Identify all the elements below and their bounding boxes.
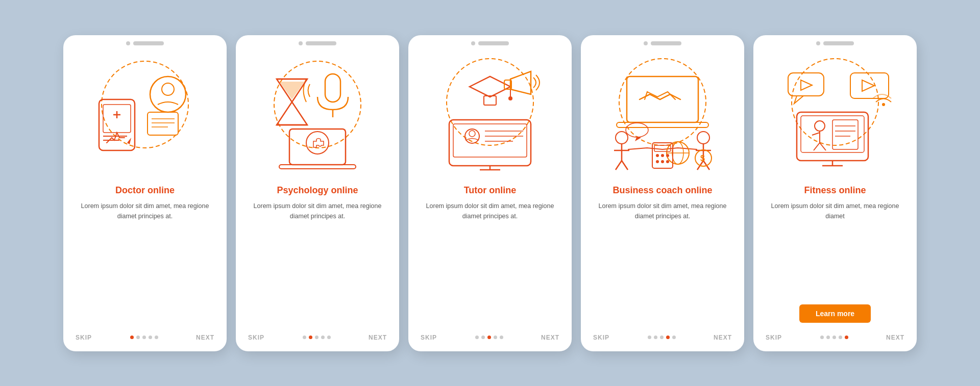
top-dot xyxy=(126,41,130,45)
svg-point-27 xyxy=(508,96,512,100)
skip-label-fitness[interactable]: SKIP xyxy=(766,334,782,341)
svg-rect-2 xyxy=(103,105,131,133)
svg-point-67 xyxy=(792,59,878,145)
illustration-psychology xyxy=(236,48,399,181)
top-line-5 xyxy=(823,41,854,45)
dot-4 xyxy=(839,336,842,339)
next-label-business[interactable]: NEXT xyxy=(714,334,732,341)
dots-business xyxy=(648,336,676,339)
top-line xyxy=(133,41,164,45)
svg-marker-70 xyxy=(801,80,812,90)
phone-top-bar-3 xyxy=(408,35,572,48)
svg-marker-28 xyxy=(510,71,531,94)
card-text-psychology: Lorem ipsum dolor sit dim amet, mea regi… xyxy=(236,201,399,325)
svg-point-42 xyxy=(616,132,628,144)
svg-rect-30 xyxy=(449,120,531,166)
dot-3 xyxy=(660,336,664,339)
dot-5 xyxy=(500,336,503,339)
card-text-fitness: Lorem ipsum dolor sit dim amet, mea regi… xyxy=(753,201,917,299)
phone-top-bar-2 xyxy=(236,35,399,48)
svg-point-73 xyxy=(815,121,825,131)
svg-point-63 xyxy=(666,154,669,157)
doctor-icon xyxy=(79,54,211,176)
svg-line-76 xyxy=(814,143,820,150)
phone-top-bar xyxy=(63,35,227,48)
card-title-fitness: Fitness online xyxy=(794,185,876,196)
top-dot-2 xyxy=(299,41,303,45)
svg-rect-10 xyxy=(148,112,178,135)
fitness-icon xyxy=(769,54,901,176)
dot-3 xyxy=(832,336,836,339)
illustration-tutor xyxy=(408,48,572,181)
top-dot-4 xyxy=(644,41,648,45)
svg-point-86 xyxy=(882,103,885,106)
skip-label-tutor[interactable]: SKIP xyxy=(421,334,437,341)
dots-doctor xyxy=(130,336,158,339)
phone-top-bar-4 xyxy=(581,35,744,48)
dot-1 xyxy=(820,336,824,339)
svg-text:$: $ xyxy=(700,154,705,163)
card-title-tutor: Tutor online xyxy=(454,185,527,196)
next-label-psychology[interactable]: NEXT xyxy=(369,334,387,341)
dot-4 xyxy=(321,336,325,339)
dot-4 xyxy=(666,336,670,339)
next-label-tutor[interactable]: NEXT xyxy=(541,334,559,341)
svg-point-9 xyxy=(162,83,174,95)
card-tutor: Tutor online Lorem ipsum dolor sit dim a… xyxy=(408,35,572,351)
svg-rect-20 xyxy=(289,129,346,165)
learn-more-button[interactable]: Learn more xyxy=(799,304,871,323)
dot-2 xyxy=(136,336,140,339)
top-line-4 xyxy=(651,41,681,45)
svg-point-22 xyxy=(306,132,329,154)
svg-point-23 xyxy=(447,59,533,145)
psychology-icon xyxy=(251,54,384,176)
top-line-2 xyxy=(306,41,336,45)
skip-label-psychology[interactable]: SKIP xyxy=(248,334,264,341)
svg-point-61 xyxy=(656,154,659,157)
svg-rect-31 xyxy=(453,124,527,157)
card-title-psychology: Psychology online xyxy=(266,185,368,196)
next-label-fitness[interactable]: NEXT xyxy=(886,334,904,341)
card-footer-business: SKIP NEXT xyxy=(581,329,744,341)
svg-rect-15 xyxy=(325,74,340,102)
svg-marker-85 xyxy=(862,80,874,91)
dots-tutor xyxy=(475,336,503,339)
dot-4 xyxy=(149,336,152,339)
card-footer-fitness: SKIP NEXT xyxy=(753,329,917,341)
svg-point-39 xyxy=(619,59,706,145)
phone-top-bar-5 xyxy=(753,35,917,48)
card-business: $ Business coach online Lorem ipsum dolo… xyxy=(581,35,744,351)
svg-point-14 xyxy=(274,61,361,148)
dots-psychology xyxy=(303,336,331,339)
main-container: Doctor online Lorem ipsum dolor sit dim … xyxy=(0,15,980,372)
card-text-business: Lorem ipsum dolor sit dim amet, mea regi… xyxy=(581,201,744,325)
svg-marker-5 xyxy=(127,138,131,144)
top-line-3 xyxy=(478,41,509,45)
card-footer-tutor: SKIP NEXT xyxy=(408,329,572,341)
dot-3 xyxy=(315,336,318,339)
svg-line-46 xyxy=(622,161,628,170)
svg-point-47 xyxy=(697,132,709,144)
dot-1 xyxy=(475,336,479,339)
skip-label-business[interactable]: SKIP xyxy=(593,334,609,341)
skip-label-doctor[interactable]: SKIP xyxy=(76,334,92,341)
svg-rect-41 xyxy=(617,122,708,127)
svg-point-64 xyxy=(656,160,659,163)
card-text-doctor: Lorem ipsum dolor sit dim amet, mea regi… xyxy=(63,201,227,325)
dots-fitness xyxy=(820,336,848,339)
card-footer-psychology: SKIP NEXT xyxy=(236,329,399,341)
svg-point-65 xyxy=(661,160,664,163)
dot-3 xyxy=(142,336,146,339)
dot-2 xyxy=(826,336,830,339)
svg-point-8 xyxy=(150,76,186,112)
card-fitness: Fitness online Lorem ipsum dolor sit dim… xyxy=(753,35,917,351)
dot-4 xyxy=(494,336,497,339)
dot-5 xyxy=(155,336,158,339)
top-dot-5 xyxy=(816,41,820,45)
next-label-doctor[interactable]: NEXT xyxy=(196,334,214,341)
svg-line-75 xyxy=(812,133,820,135)
card-doctor: Doctor online Lorem ipsum dolor sit dim … xyxy=(63,35,227,351)
illustration-fitness xyxy=(753,48,917,181)
dot-1 xyxy=(648,336,651,339)
card-psychology: Psychology online Lorem ipsum dolor sit … xyxy=(236,35,399,351)
